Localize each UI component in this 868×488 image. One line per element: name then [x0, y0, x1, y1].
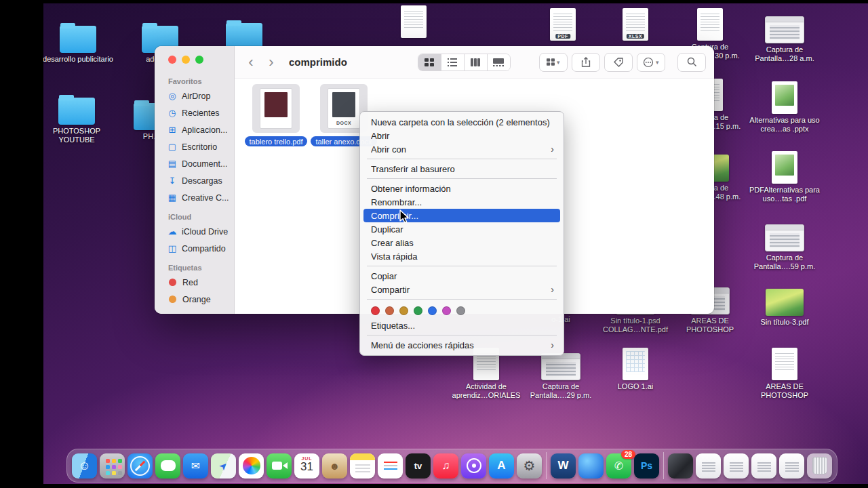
menu-item-transferir-al-basurero[interactable]: Transferir al basurero — [363, 162, 560, 176]
desktop-icon-documento-superior[interactable] — [378, 5, 449, 40]
dock-item-finder[interactable]: ☺ — [72, 453, 97, 479]
desktop-icon-photoshop-youtube[interactable]: PHOTOSHOP YOUTUBE — [41, 92, 112, 144]
desktop-icon-sin-titulo-3[interactable]: Sin título-3.pdf — [749, 283, 820, 327]
sidebar-item-creative-c[interactable]: ▦Creative C... — [159, 189, 230, 206]
close-window-button[interactable] — [168, 56, 176, 64]
submenu-chevron-icon: › — [551, 340, 554, 350]
group-by-button[interactable]: ▾ — [539, 53, 568, 72]
document-thumbnail — [404, 9, 423, 30]
forward-button[interactable]: › — [263, 54, 279, 71]
dock-item-safari[interactable] — [127, 453, 153, 479]
dock-item-tv[interactable]: tv — [406, 453, 431, 479]
menu-item-abrir-con[interactable]: Abrir con› — [363, 142, 560, 156]
sidebar-item-red[interactable]: Red — [159, 274, 230, 291]
menu-item-compartir[interactable]: Compartir› — [363, 283, 560, 296]
desktop-icon-label: PHOTOSHOP YOUTUBE — [41, 127, 112, 144]
dock-item-settings[interactable]: ⚙ — [517, 453, 542, 479]
dock-item-document-2[interactable] — [724, 453, 749, 479]
sidebar-item-icloud-drive[interactable]: ☁iCloud Drive — [159, 223, 230, 240]
dock-item-maps[interactable]: ➤ — [211, 453, 236, 479]
view-list-button[interactable] — [441, 54, 465, 70]
sidebar-item-compartido[interactable]: ◫Compartido — [159, 240, 230, 257]
letterbox-top — [0, 0, 868, 3]
desktop-icon-pdf-alternativas[interactable]: PDFAlternativas para uso…tas .pdf — [749, 151, 820, 203]
menu-item-copiar[interactable]: Copiar — [363, 269, 560, 283]
dock-item-recent-image[interactable] — [668, 453, 693, 479]
menu-item-vista-rápida[interactable]: Vista rápida — [363, 249, 560, 263]
tag-color-dot[interactable] — [456, 306, 465, 315]
tag-color-dot[interactable] — [414, 306, 422, 315]
menu-item-duplicar[interactable]: Duplicar — [363, 222, 560, 236]
dock-item-document-4[interactable] — [779, 453, 804, 479]
menu-item-label: Abrir con — [371, 144, 551, 155]
menu-item-label: Etiquetas... — [371, 321, 554, 331]
dock-item-reminders[interactable] — [378, 453, 403, 479]
dock-item-music[interactable]: ♫ — [433, 453, 458, 479]
dock-item-podcasts[interactable] — [461, 453, 486, 479]
group-icon — [547, 58, 555, 66]
dock-item-whatsapp[interactable]: ✆28 — [606, 453, 631, 479]
dock-item-calendar[interactable]: JUL31 — [294, 453, 319, 479]
back-button[interactable]: ‹ — [243, 54, 259, 71]
sidebar-item-airdrop[interactable]: ◎AirDrop — [159, 87, 230, 104]
view-grid-button[interactable] — [418, 54, 441, 70]
dock-item-contacts[interactable]: ☻ — [322, 453, 347, 479]
view-columns-button[interactable] — [465, 54, 488, 70]
desktop-icon-alternativas-pptx[interactable]: Alternativas para uso crea…as .pptx — [749, 81, 820, 134]
menu-item-obtener-información[interactable]: Obtener información — [363, 182, 560, 195]
notification-badge: 28 — [621, 450, 635, 459]
maps-glyph-icon: ➤ — [217, 460, 229, 472]
desktop-icon-pdf-superior[interactable]: PDF — [528, 8, 598, 43]
desktop-icon-label: Sin título-3.pdf — [761, 318, 809, 327]
minimize-window-button[interactable] — [182, 56, 190, 64]
dock-item-mail[interactable]: ✉ — [183, 453, 208, 479]
dock-item-blue-app[interactable] — [578, 453, 604, 479]
dock-item-messages[interactable] — [155, 453, 180, 479]
dock-item-notes[interactable] — [350, 453, 375, 479]
sidebar-item-escritorio[interactable]: ▢Escritorio — [159, 138, 230, 155]
tag-color-dot[interactable] — [399, 306, 408, 315]
menu-item-nueva-carpeta-con-la-selección-2-elementos[interactable]: Nueva carpeta con la selección (2 elemen… — [363, 115, 560, 129]
dock-item-launchpad[interactable] — [100, 453, 125, 479]
share-button[interactable] — [572, 53, 600, 72]
sidebar-item-recientes[interactable]: ◷Recientes — [159, 104, 230, 121]
tag-color-dot[interactable] — [428, 306, 437, 315]
sidebar-item-descargas[interactable]: ↧Descargas — [159, 172, 230, 189]
tag-color-dot[interactable] — [385, 306, 394, 315]
desktop-icon-xlsx-superior[interactable]: XLSX — [600, 8, 671, 43]
sidebar-item-aplicacion[interactable]: ⊞Aplicacion... — [159, 121, 230, 138]
menu-item-etiquetas[interactable]: Etiquetas... — [363, 319, 560, 332]
dock-item-document-3[interactable] — [751, 453, 776, 479]
dock-item-app-store[interactable]: A — [489, 453, 514, 479]
desktop-icon-art — [772, 81, 797, 114]
view-gallery-button[interactable] — [488, 54, 510, 70]
desktop-icon-desarrollo-publicitario[interactable]: desarrollo publicitario — [43, 20, 113, 64]
document-thumbnail — [775, 351, 794, 372]
menu-item-menú-de-acciones-rápidas[interactable]: Menú de acciones rápidas› — [363, 338, 560, 352]
tag-color-dot[interactable] — [371, 306, 380, 315]
desktop-icon-captura-59pm[interactable]: Captura de Pantalla….59 p.m. — [749, 219, 820, 271]
menu-item-crear-alias[interactable]: Crear alias — [363, 236, 560, 249]
menu-item-renombrar[interactable]: Renombrar... — [363, 195, 560, 209]
tags-button[interactable] — [604, 53, 633, 72]
dock-item-facetime[interactable] — [267, 453, 292, 479]
tag-color-dot[interactable] — [442, 306, 451, 315]
dock-item-word[interactable]: W — [551, 453, 576, 479]
desktop-icon-areas-photoshop-2[interactable]: AREAS DE PHOTOSHOP — [749, 348, 820, 400]
dock-item-document-1[interactable] — [696, 453, 721, 479]
menu-item-label: Compartir — [371, 285, 551, 295]
menu-item-abrir[interactable]: Abrir — [363, 129, 560, 142]
menu-item-comprimir[interactable]: Comprimir... — [363, 209, 560, 222]
desktop-icon-logo-1-ai[interactable]: LOGO 1.ai — [600, 348, 671, 391]
sidebar-item-document[interactable]: ▤Document... — [159, 155, 230, 172]
sidebar-item-orange[interactable]: Orange — [159, 291, 230, 308]
facetime-camera-icon — [272, 462, 282, 470]
dock-item-photos[interactable] — [239, 453, 264, 479]
desktop-icon-captura-28am[interactable]: Captura de Pantalla…28 a.m. — [749, 11, 820, 63]
more-actions-button[interactable]: ▾ — [637, 53, 665, 72]
zoom-window-button[interactable] — [195, 56, 203, 64]
dock-item-photoshop[interactable]: Ps — [634, 453, 659, 479]
dock-item-trash[interactable] — [807, 453, 832, 479]
search-button[interactable] — [677, 53, 706, 72]
file-item-tablero-trello-pdf[interactable]: tablero trello.pdf — [248, 84, 304, 146]
